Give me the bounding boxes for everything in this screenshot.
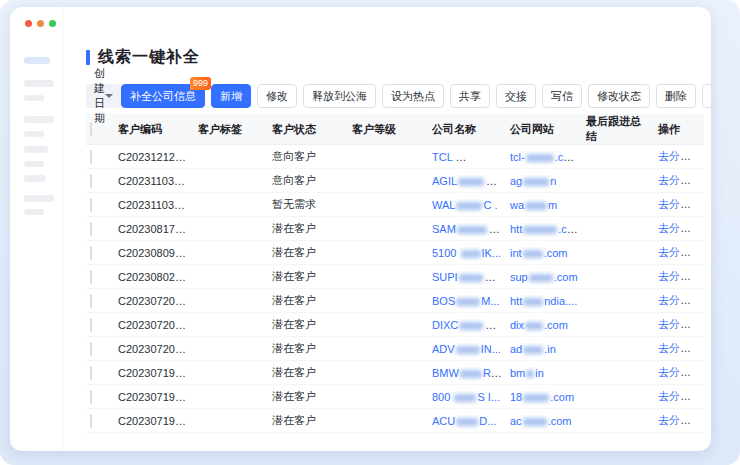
blurred-segment [525,202,547,210]
analyze-customer-link[interactable]: 去分析客户 [658,198,704,210]
row-checkbox[interactable] [90,174,92,188]
cell-customer-code: C202307200002 [114,313,194,337]
cell-company-website: tcl-.com [506,145,582,169]
masked-text-segment: n [550,175,556,187]
cell-company-website: httndia.... [506,289,582,313]
analyze-customer-link[interactable]: 去分析客户 [658,318,704,330]
cell-last-followup [582,361,654,385]
toolbar-button[interactable]: 修改 [257,84,297,108]
create-date-filter[interactable]: 创建日期 [86,84,121,108]
table-row: C202307200001潜在客户ADVIN...ad.in去分析客户 [86,337,704,361]
cell-customer-code: C202308170001 [114,217,194,241]
analyze-customer-link[interactable]: 去分析客户 [658,366,704,378]
cell-action: 去分析客户 [654,193,704,217]
filter-label: 创建日期 [94,66,105,126]
analyze-customer-link[interactable]: 去分析客户 [658,270,704,282]
cell-company-name: 5100 IK... [428,241,506,265]
masked-text-segment: dix [510,319,524,331]
analyze-customer-link[interactable]: 去分析客户 [658,150,704,162]
toolbar-button[interactable]: 写信 [542,84,582,108]
toolbar-button[interactable]: 删除 [656,84,696,108]
row-checkbox[interactable] [90,198,92,212]
cell-last-followup [582,169,654,193]
cell-company-website: wam [506,193,582,217]
sidebar-skeleton-bar[interactable] [24,161,44,167]
add-button[interactable]: 新增 [211,84,251,108]
blurred-segment [457,226,487,234]
toolbar-button[interactable]: 交接 [496,84,536,108]
sidebar-skeleton-bar[interactable] [24,146,48,153]
blurred-segment [525,322,543,330]
masked-text-segment: D... [479,415,496,427]
leads-table: 客户编码 客户标签 客户状态 客户等级 公司名称 公司网站 最后跟进总结 操作 … [86,114,704,433]
cell-customer-tag [194,361,268,385]
cell-customer-code: C202308020001 [114,265,194,289]
masked-text-segment: tcl- [510,151,525,163]
row-checkbox[interactable] [90,270,92,284]
sidebar-skeleton-bar[interactable] [24,209,44,215]
cell-customer-status: 潜在客户 [268,265,348,289]
page-title: 线索一键补全 [86,47,703,68]
analyze-customer-link[interactable]: 去分析客户 [658,294,704,306]
more-button[interactable]: 更多... [702,84,711,108]
cell-customer-status: 潜在客户 [268,361,348,385]
col-customer-status: 客户状态 [268,114,348,145]
toolbar-button[interactable]: 共享 [450,84,490,108]
cell-company-website: sup.com [506,265,582,289]
row-checkbox[interactable] [90,246,92,260]
cell-customer-status: 潜在客户 [268,337,348,361]
toolbar-button[interactable]: 修改状态 [588,84,650,108]
cell-customer-level [348,385,428,409]
blurred-segment [526,154,554,162]
toolbar-button[interactable]: 释放到公海 [303,84,376,108]
cell-checkbox [86,385,114,409]
analyze-customer-link[interactable]: 去分析客户 [658,246,704,258]
sidebar-skeleton-bar[interactable] [24,175,46,182]
row-checkbox[interactable] [90,366,92,380]
masked-text-segment: in [535,367,544,379]
masked-text-segment: BOS [432,295,455,307]
blurred-segment [523,178,549,186]
sidebar-skeleton-bar[interactable] [24,80,54,87]
cell-customer-level [348,337,428,361]
analyze-customer-link[interactable]: 去分析客户 [658,414,704,426]
masked-text-segment: AGIL [432,175,457,187]
cell-action: 去分析客户 [654,289,704,313]
chevron-down-icon [105,94,113,98]
analyze-customer-link[interactable]: 去分析客户 [658,174,704,186]
masked-text-segment: sup [510,271,528,283]
sidebar-skeleton-bar[interactable] [24,95,44,101]
blurred-segment [456,298,480,306]
row-checkbox[interactable] [90,390,92,404]
row-checkbox[interactable] [90,150,92,164]
row-checkbox[interactable] [90,294,92,308]
sidebar-active-item[interactable] [24,57,50,64]
row-checkbox[interactable] [90,414,92,428]
cell-customer-tag [194,145,268,169]
row-checkbox[interactable] [90,222,92,236]
cell-company-name: DIXCNO... [428,313,506,337]
analyze-customer-link[interactable]: 去分析客户 [658,342,704,354]
cell-checkbox [86,265,114,289]
toolbar: 创建日期 补全公司信息 999 新增 修改释放到公海设为热点共享交接写信修改状态… [86,84,703,108]
cell-last-followup [582,337,654,361]
blurred-segment [456,418,478,426]
table-row: C202307190002潜在客户800 S I...18.com去分析客户 [86,385,704,409]
select-all-checkbox[interactable] [90,122,92,136]
analyze-customer-link[interactable]: 去分析客户 [658,222,704,234]
cell-customer-tag [194,385,268,409]
cell-customer-level [348,241,428,265]
masked-text-segment: .com [554,271,578,283]
app-window: 线索一键补全 创建日期 补全公司信息 999 新增 修改释放到公海设为热点共享交… [10,7,711,451]
sidebar-skeleton-bar[interactable] [24,131,44,137]
sidebar-skeleton-bar[interactable] [24,195,54,202]
blurred-segment [526,370,534,378]
analyze-customer-link[interactable]: 去分析客户 [658,390,704,402]
cell-last-followup [582,193,654,217]
row-checkbox[interactable] [90,342,92,356]
toolbar-button[interactable]: 设为热点 [382,84,444,108]
row-checkbox[interactable] [90,318,92,332]
cell-last-followup [582,265,654,289]
cell-company-website: ad.in [506,337,582,361]
sidebar-skeleton-bar[interactable] [24,116,54,123]
